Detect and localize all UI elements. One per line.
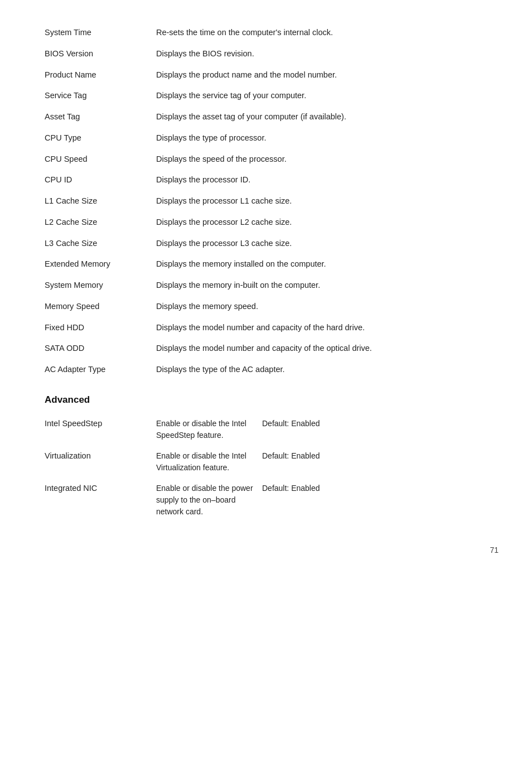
row-label: System Time — [45, 27, 156, 39]
row-description: Displays the processor L3 cache size. — [156, 238, 499, 250]
row-label: BIOS Version — [45, 48, 156, 60]
row-label: Service Tag — [45, 90, 156, 102]
row-description: Re-sets the time on the computer's inter… — [156, 27, 499, 39]
row-description: Displays the memory in-built on the comp… — [156, 279, 499, 292]
table-row: System Time Re-sets the time on the comp… — [45, 22, 499, 44]
row-label: SATA ODD — [45, 343, 156, 355]
row-description: Displays the processor ID. — [156, 174, 499, 186]
row-middle: Enable or disable the Intel SpeedStep fe… — [156, 418, 262, 441]
table-row: CPU Speed Displays the speed of the proc… — [45, 149, 499, 170]
row-label: System Memory — [45, 279, 156, 292]
table-row: AC Adapter Type Displays the type of the… — [45, 359, 499, 380]
table-row: Extended Memory Displays the memory inst… — [45, 254, 499, 275]
table-row: Fixed HDD Displays the model number and … — [45, 317, 499, 339]
row-description: Displays the model number and capacity o… — [156, 343, 499, 355]
advanced-section: Advanced Intel SpeedStep Enable or disab… — [45, 393, 499, 523]
system-info-table: System Time Re-sets the time on the comp… — [45, 22, 499, 380]
table-row: Memory Speed Displays the memory speed. — [45, 296, 499, 317]
row-middle: Enable or disable the Intel Virtualizati… — [156, 450, 262, 474]
row-description: Displays the asset tag of your computer … — [156, 111, 499, 123]
table-row: CPU Type Displays the type of processor. — [45, 128, 499, 149]
row-middle: Enable or disable the power supply to th… — [156, 483, 262, 518]
table-row: SATA ODD Displays the model number and c… — [45, 338, 499, 359]
row-label: L1 Cache Size — [45, 195, 156, 208]
row-label: CPU Speed — [45, 153, 156, 166]
table-row: BIOS Version Displays the BIOS revision. — [45, 44, 499, 65]
row-description: Displays the type of processor. — [156, 132, 499, 144]
row-label: AC Adapter Type — [45, 364, 156, 376]
row-default: Default: Enabled — [262, 483, 320, 494]
row-description: Displays the BIOS revision. — [156, 48, 499, 60]
row-label: Virtualization — [45, 450, 156, 462]
row-description: Displays the memory speed. — [156, 301, 499, 313]
table-row: L3 Cache Size Displays the processor L3 … — [45, 233, 499, 254]
row-label: Asset Tag — [45, 111, 156, 123]
advanced-header: Advanced — [45, 393, 499, 407]
table-row: Asset Tag Displays the asset tag of your… — [45, 107, 499, 128]
table-row: Integrated NIC Enable or disable the pow… — [45, 478, 499, 522]
table-row: System Memory Displays the memory in-bui… — [45, 275, 499, 296]
table-row: Product Name Displays the product name a… — [45, 65, 499, 86]
row-label: Intel SpeedStep — [45, 418, 156, 430]
row-description: Displays the product name and the model … — [156, 69, 499, 81]
table-row: Service Tag Displays the service tag of … — [45, 85, 499, 107]
table-row: L2 Cache Size Displays the processor L2 … — [45, 212, 499, 233]
row-label: Fixed HDD — [45, 322, 156, 334]
row-default: Default: Enabled — [262, 418, 320, 430]
row-label: Product Name — [45, 69, 156, 81]
row-description: Displays the type of the AC adapter. — [156, 364, 499, 376]
row-label: L3 Cache Size — [45, 238, 156, 250]
row-description: Displays the processor L1 cache size. — [156, 195, 499, 208]
row-label: CPU ID — [45, 174, 156, 186]
row-label: L2 Cache Size — [45, 216, 156, 229]
row-description: Displays the service tag of your compute… — [156, 90, 499, 102]
row-description: Displays the processor L2 cache size. — [156, 216, 499, 229]
row-description: Displays the model number and capacity o… — [156, 322, 499, 334]
table-row: CPU ID Displays the processor ID. — [45, 170, 499, 191]
table-row: Virtualization Enable or disable the Int… — [45, 446, 499, 478]
row-description: Displays the speed of the processor. — [156, 153, 499, 166]
row-label: Extended Memory — [45, 258, 156, 271]
row-default: Default: Enabled — [262, 450, 320, 462]
table-row: L1 Cache Size Displays the processor L1 … — [45, 191, 499, 212]
row-label: CPU Type — [45, 132, 156, 144]
row-label: Integrated NIC — [45, 483, 156, 495]
row-description: Displays the memory installed on the com… — [156, 258, 499, 271]
table-row: Intel SpeedStep Enable or disable the In… — [45, 413, 499, 446]
row-label: Memory Speed — [45, 301, 156, 313]
page-number: 71 — [45, 544, 499, 556]
